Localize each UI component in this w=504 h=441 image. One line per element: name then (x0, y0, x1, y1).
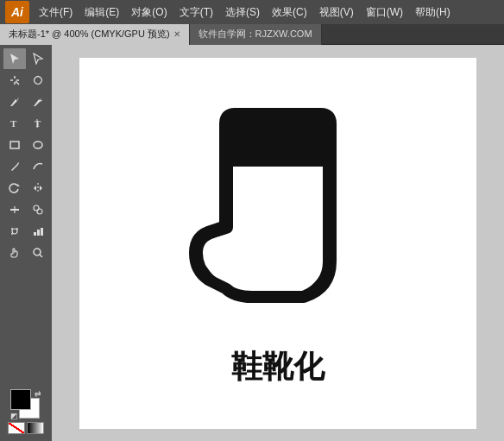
tool-row-4: T T (3, 113, 49, 134)
color-mode-row (8, 422, 44, 434)
tool-reflect[interactable] (27, 178, 49, 198)
svg-text:+: + (39, 98, 42, 104)
color-swatches: ⇄ ◩ (10, 389, 41, 420)
menu-object[interactable]: 对象(O) (127, 3, 171, 22)
tab-website-label: 软件自学网：RJZXW.COM (198, 28, 312, 41)
tool-row-10 (3, 243, 49, 263)
foreground-color-swatch[interactable] (10, 389, 31, 410)
tool-row-1 (3, 48, 49, 69)
svg-point-21 (16, 228, 18, 230)
svg-text:T: T (10, 118, 17, 129)
svg-rect-23 (34, 232, 36, 236)
svg-rect-24 (37, 230, 40, 236)
tool-rectangle[interactable] (3, 135, 26, 155)
tool-rotate[interactable] (3, 178, 26, 198)
tool-pen[interactable] (3, 91, 26, 112)
tool-shape-builder[interactable] (27, 199, 49, 220)
menu-effect[interactable]: 效果(C) (268, 3, 312, 22)
menu-view[interactable]: 视图(V) (315, 3, 358, 22)
menu-bar[interactable]: 文件(F) 编辑(E) 对象(O) 文字(T) 选择(S) 效果(C) 视图(V… (35, 3, 455, 22)
tool-row-8 (3, 199, 49, 220)
svg-point-19 (12, 229, 17, 234)
svg-marker-13 (34, 186, 36, 191)
tab-bar: 未标题-1* @ 400% (CMYK/GPU 预览) ✕ 软件自学网：RJZX… (0, 24, 504, 45)
tool-row-3: + (3, 91, 49, 112)
tool-row-2 (3, 70, 49, 91)
tool-row-6 (3, 156, 49, 177)
title-bar: Ai 文件(F) 编辑(E) 对象(O) 文字(T) 选择(S) 效果(C) 视… (0, 0, 504, 24)
menu-edit[interactable]: 编辑(E) (80, 3, 123, 22)
svg-text:T: T (35, 118, 41, 129)
svg-rect-25 (41, 228, 43, 236)
tool-magic-wand[interactable] (3, 70, 26, 91)
boot-icon (174, 98, 381, 339)
menu-text[interactable]: 文字(T) (175, 3, 217, 22)
boot-label: 鞋靴化 (231, 346, 324, 388)
svg-line-27 (40, 255, 42, 257)
tool-pencil[interactable] (3, 156, 26, 177)
tool-width[interactable] (3, 199, 26, 220)
swap-colors-icon[interactable]: ⇄ (35, 389, 41, 398)
artboard: 鞋靴化 (79, 58, 476, 429)
default-colors-icon[interactable]: ◩ (10, 412, 18, 420)
tool-smooth[interactable] (27, 156, 49, 177)
svg-point-22 (11, 233, 13, 235)
ai-logo: Ai (5, 1, 29, 23)
menu-window[interactable]: 窗口(W) (362, 3, 407, 22)
gradient-box[interactable] (27, 422, 44, 434)
svg-point-26 (34, 249, 41, 255)
tool-hand[interactable] (3, 243, 26, 263)
tool-lasso[interactable] (27, 70, 49, 91)
svg-point-20 (11, 228, 13, 230)
tab-website[interactable]: 软件自学网：RJZXW.COM (190, 24, 322, 45)
canvas-area: 鞋靴化 (52, 45, 504, 441)
svg-marker-11 (17, 184, 20, 186)
tool-graph[interactable] (27, 221, 49, 242)
main-layout: + T T (0, 45, 504, 441)
menu-file[interactable]: 文件(F) (35, 3, 77, 22)
tab-close-icon[interactable]: ✕ (173, 29, 180, 39)
tab-document[interactable]: 未标题-1* @ 400% (CMYK/GPU 预览) ✕ (0, 24, 190, 45)
tool-row-7 (3, 178, 49, 198)
tool-add-anchor[interactable]: + (27, 91, 49, 112)
svg-rect-9 (10, 142, 19, 148)
menu-select[interactable]: 选择(S) (221, 3, 264, 22)
svg-line-4 (16, 81, 19, 85)
tool-ellipse[interactable] (27, 135, 49, 155)
tool-row-9 (3, 221, 49, 242)
tab-document-label: 未标题-1* @ 400% (CMYK/GPU 预览) (9, 28, 170, 41)
menu-help[interactable]: 帮助(H) (411, 3, 455, 22)
tool-direct-select[interactable] (27, 48, 49, 69)
tool-type-vertical[interactable]: T (27, 113, 49, 134)
tool-type[interactable]: T (3, 113, 26, 134)
tool-zoom[interactable] (27, 243, 49, 263)
color-section: ⇄ ◩ (8, 389, 44, 438)
tool-symbol-sprayer[interactable] (3, 221, 26, 242)
tool-row-5 (3, 135, 49, 155)
svg-marker-14 (40, 186, 42, 191)
svg-point-10 (34, 142, 42, 148)
svg-point-18 (37, 209, 42, 214)
toolbar: + T T (0, 45, 52, 441)
no-color-box[interactable] (8, 422, 25, 434)
tool-select[interactable] (3, 48, 26, 69)
